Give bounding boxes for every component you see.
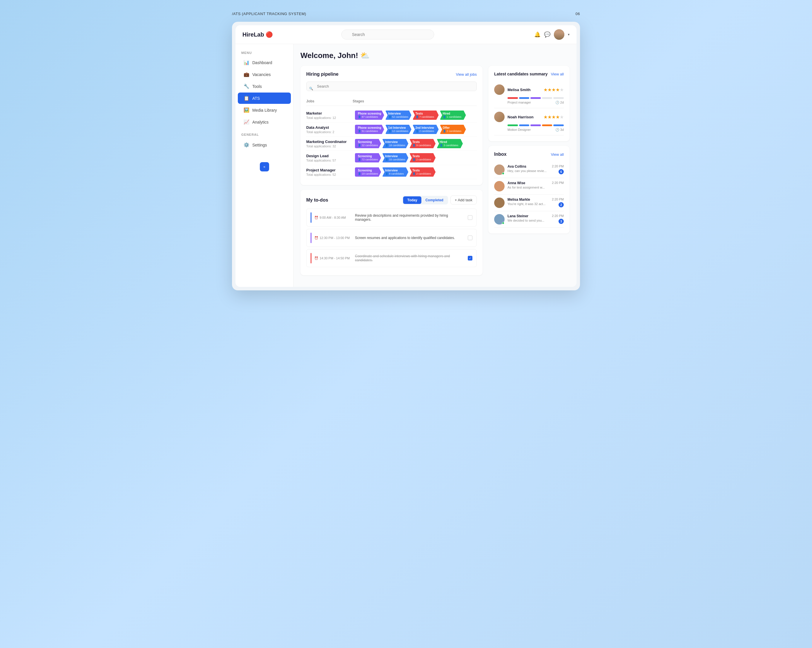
inbox-item[interactable]: Melisa Markle You're right, it was 32 ac…: [494, 195, 564, 211]
stage-pill[interactable]: Tests👤 2 candidates: [409, 153, 436, 162]
dashboard-icon: 📊: [244, 60, 249, 65]
inbox-list: Ava Collins Hey, can you please revie...…: [494, 162, 564, 228]
job-name: Marketer: [306, 111, 353, 115]
pipeline-search-input[interactable]: [306, 81, 477, 91]
table-header-stages: Stages: [353, 99, 364, 103]
stage-pill[interactable]: 2nd Interview👤 2 candidates: [413, 125, 439, 134]
stage-pill[interactable]: Phone screening👤 51 candidates: [355, 125, 384, 134]
stage-pill[interactable]: Interview👤 8 candidates: [382, 167, 408, 177]
stage-pill[interactable]: Screening👤 72 candidates: [355, 153, 381, 162]
sidebar-item-label: Vacancies: [252, 72, 271, 77]
sidebar-item-label: Media Library: [252, 108, 277, 113]
candidate-card: Noah Harrison ★★★★★ Motion Designer 🕐 3d: [494, 108, 564, 136]
todo-checkbox[interactable]: ✓: [468, 256, 472, 260]
progress-bar: [553, 124, 564, 126]
todo-bar: [311, 253, 311, 263]
todo-item: ⏰ 9:00 AM - 8:30 AM Review job descripti…: [306, 209, 477, 226]
search-input[interactable]: [341, 30, 434, 40]
sidebar-item-settings[interactable]: ⚙️ Settings: [238, 139, 291, 151]
avatar-dropdown-icon[interactable]: ▾: [568, 32, 569, 37]
tab-completed[interactable]: Completed: [421, 196, 447, 204]
page-label: /ATS (APPLICANT TRACKING SYSTEM): [232, 12, 306, 16]
inbox-preview-text: Hey, can you please revie...: [508, 169, 549, 173]
stage-pill[interactable]: Screening👤 32 candidates: [355, 139, 381, 148]
job-total: Total applications: 32: [306, 144, 353, 148]
hiring-pipeline-card: Hiring pipeline View all jobs Jobs Stage…: [301, 66, 482, 185]
notification-bell-icon[interactable]: 🔔: [534, 31, 540, 38]
inbox-sender-name: Melisa Markle: [508, 197, 549, 202]
inbox-item[interactable]: Ava Collins Hey, can you please revie...…: [494, 162, 564, 178]
stage-pill[interactable]: Interview👤 52 candidates: [385, 110, 412, 120]
stage-pill[interactable]: Hired👤 1 candidates: [440, 110, 466, 120]
todo-text: Coordinate and schedule interviews with …: [355, 254, 465, 262]
ats-icon: 📋: [244, 95, 249, 101]
inbox-item[interactable]: Lana Steiner We decided to send you... 2…: [494, 211, 564, 228]
inbox-view-all-link[interactable]: View all: [551, 152, 564, 157]
inbox-sender-name: Lana Steiner: [508, 214, 549, 218]
avatar[interactable]: [554, 29, 564, 40]
sidebar-item-tools[interactable]: 🔧 Tools: [238, 81, 291, 92]
todo-bar: [311, 212, 311, 223]
todo-checkbox[interactable]: [468, 215, 472, 220]
collapse-sidebar-button[interactable]: «: [260, 162, 269, 171]
sidebar-item-ats[interactable]: 📋 ATS: [238, 93, 291, 104]
inbox-badge: 2: [559, 202, 564, 207]
inbox-meta: 2:20 PM 6: [552, 165, 564, 174]
stage-pill[interactable]: Interview👤 33 candidates: [382, 153, 408, 162]
stage-pill[interactable]: Offer👤 2 candidates: [440, 125, 466, 134]
chat-icon[interactable]: 💬: [544, 31, 550, 38]
candidates-summary-card: Latest candidates summary View all Melis…: [488, 66, 569, 141]
inbox-content: Melisa Markle You're right, it was 32 ac…: [508, 197, 549, 206]
inbox-avatar: [494, 197, 505, 208]
logo: HireLab 🔴: [243, 31, 289, 38]
todo-checkbox[interactable]: [468, 235, 472, 240]
sidebar-item-dashboard[interactable]: 📊 Dashboard: [238, 57, 291, 68]
stage-pill[interactable]: Screening👤 19 candidates: [355, 167, 381, 177]
media-library-icon: 🖼️: [244, 107, 249, 113]
stage-pill[interactable]: Tests👤 7 candidates: [413, 110, 439, 120]
inbox-sender-name: Ava Collins: [508, 165, 549, 168]
inbox-meta: 2:20 PM 2: [552, 197, 564, 207]
job-total: Total applications: 52: [306, 173, 353, 176]
inbox-title: Inbox: [494, 152, 507, 157]
stage-pill[interactable]: Hired👤 3 candidates: [437, 139, 463, 148]
todos-card: My to-dos Today Completed + Add task ⏰ 9…: [301, 190, 482, 275]
stage-pill[interactable]: Tests👤 2 candidates: [409, 167, 436, 177]
view-all-jobs-link[interactable]: View all jobs: [456, 72, 477, 76]
inbox-avatar: [494, 165, 505, 175]
candidate-stars: ★★★★★: [543, 87, 564, 93]
sidebar-item-analytics[interactable]: 📈 Analytics: [238, 116, 291, 128]
job-name: Project Manager: [306, 168, 353, 172]
progress-bar: [508, 124, 518, 126]
menu-label: MENU: [235, 51, 293, 55]
sidebar-item-vacancies[interactable]: 💼 Vacancies: [238, 69, 291, 80]
inbox-preview-text: We decided to send you...: [508, 219, 549, 222]
todo-time: ⏰ 9:00 AM - 8:30 AM: [314, 216, 352, 220]
candidates-summary-title: Latest candidates summary: [494, 72, 548, 76]
todos-tab-group: Today Completed: [403, 196, 448, 205]
job-name: Marketing Coordinator: [306, 139, 353, 144]
todo-item: ⏰ 14:30 PM - 14:50 PM Coordinate and sch…: [306, 249, 477, 267]
sidebar-item-media-library[interactable]: 🖼️ Media Library: [238, 104, 291, 116]
tools-icon: 🔧: [244, 84, 249, 89]
stage-pill[interactable]: Tests👤 9 candidates: [409, 139, 436, 148]
inbox-card: Inbox View all Ava Collins Hey, can you …: [488, 146, 569, 234]
stage-pill[interactable]: 1st Interview👤 12 candidates: [385, 125, 412, 134]
progress-bar: [542, 97, 553, 99]
candidate-avatar: [494, 84, 505, 95]
progress-bar: [542, 124, 553, 126]
stage-pill[interactable]: Interview👤 18 candidates: [382, 139, 408, 148]
candidate-time: 🕐 2d: [556, 101, 564, 104]
tab-today[interactable]: Today: [403, 196, 421, 204]
table-row: Marketing CoordinatorTotal applications:…: [306, 137, 477, 151]
stage-pill[interactable]: Phone screening👤 87 candidates: [355, 110, 384, 120]
settings-icon: ⚙️: [244, 142, 249, 148]
online-indicator: [502, 222, 504, 224]
todos-title: My to-dos: [306, 197, 328, 203]
candidates-view-all-link[interactable]: View all: [551, 72, 564, 76]
inbox-avatar: [494, 181, 505, 191]
todo-bar: [311, 232, 311, 243]
add-task-button[interactable]: + Add task: [450, 196, 477, 205]
inbox-item[interactable]: Anna Wise As for test assignment w... 2:…: [494, 178, 564, 195]
todo-list: ⏰ 9:00 AM - 8:30 AM Review job descripti…: [306, 209, 477, 267]
